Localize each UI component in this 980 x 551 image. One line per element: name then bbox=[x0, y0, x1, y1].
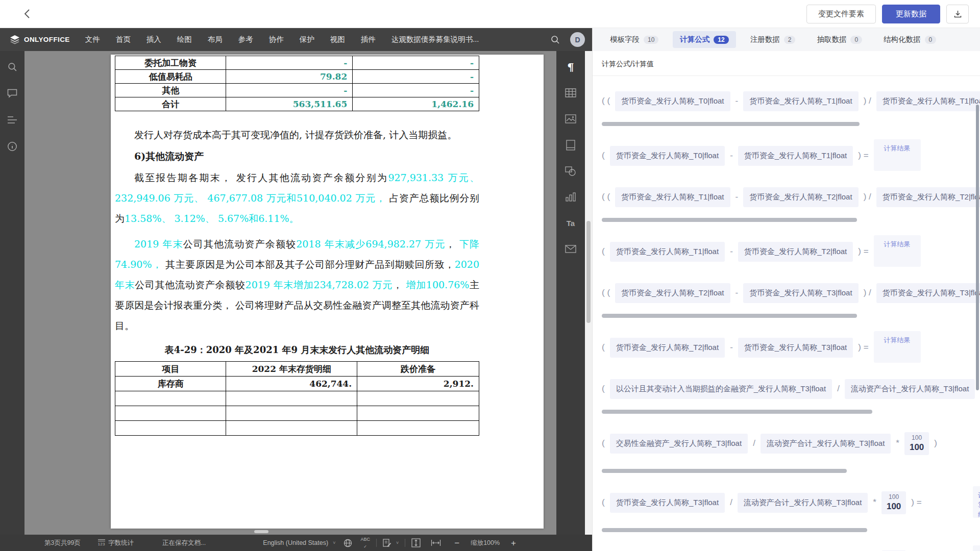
horizontal-scrollbar-thumb[interactable] bbox=[254, 530, 268, 533]
formula-operator: ) / bbox=[864, 96, 871, 106]
search-icon[interactable] bbox=[551, 35, 560, 44]
menu-item-8[interactable]: 视图 bbox=[330, 35, 345, 44]
right-panel-strip: ¶ Ta bbox=[556, 51, 585, 535]
word-count-button[interactable]: 123 字数统计 bbox=[98, 539, 134, 547]
vertical-scrollbar[interactable] bbox=[585, 51, 592, 535]
chart-settings-icon[interactable] bbox=[565, 191, 576, 203]
update-data-button[interactable]: 更新数据 bbox=[882, 5, 940, 23]
download-button[interactable] bbox=[946, 5, 969, 23]
formula-hscrollbar-thumb[interactable] bbox=[602, 218, 857, 222]
formula-operator: ( bbox=[602, 342, 605, 353]
constant-100-chip[interactable]: 100100 bbox=[904, 432, 929, 455]
menu-item-10[interactable]: 达观数据债券募集说明书... bbox=[391, 35, 479, 44]
menu-item-0[interactable]: 文件 bbox=[85, 35, 100, 44]
vertical-scrollbar-thumb[interactable] bbox=[586, 221, 591, 323]
formula-row-10: (货币资金_发行人简称_T2|float/流动资产合计_发行人简称_T2|flo… bbox=[602, 545, 980, 551]
zoom-in-button[interactable]: + bbox=[511, 539, 516, 547]
formula-hscrollbar-thumb[interactable] bbox=[602, 122, 860, 126]
fit-page-button[interactable] bbox=[411, 538, 421, 547]
formula-field-chip[interactable]: 流动资产合计_发行人简称_T3|float bbox=[761, 434, 891, 454]
panel-tab-3[interactable]: 抽取数据0 bbox=[810, 31, 869, 48]
formula-field-chip[interactable]: 货币资金_发行人简称_T3|float bbox=[876, 283, 980, 303]
formula-field-chip[interactable]: 货币资金_发行人简称_T1|float bbox=[876, 91, 980, 111]
formula-field-chip[interactable]: 以公计且其变动计入当期损益的金融资产_发行人简称_T3|float bbox=[610, 379, 832, 399]
panel-tab-1[interactable]: 计算公式12 bbox=[673, 31, 736, 48]
panel-tab-0[interactable]: 模板字段10 bbox=[603, 31, 666, 48]
panel-scrollbar-thumb[interactable] bbox=[976, 105, 979, 390]
formula-hscrollbar-thumb[interactable] bbox=[602, 528, 867, 532]
tab-count-badge: 12 bbox=[714, 36, 728, 44]
formula-field-chip[interactable]: 货币资金_发行人简称_T3|float bbox=[743, 283, 858, 303]
zoom-level[interactable]: 缩放100% bbox=[471, 539, 500, 547]
formula-field-chip[interactable]: 货币资金_发行人简称_T2|float bbox=[615, 283, 730, 303]
table-row bbox=[115, 406, 479, 421]
menu-item-9[interactable]: 插件 bbox=[361, 35, 376, 44]
menu-item-1[interactable]: 首页 bbox=[116, 35, 131, 44]
image-settings-icon[interactable] bbox=[565, 113, 576, 124]
formula-operator: ( bbox=[602, 384, 605, 394]
formula-field-chip[interactable]: 货币资金_发行人简称_T2|float bbox=[876, 187, 980, 207]
formula-field-chip[interactable]: 货币资金_发行人简称_T1|float bbox=[610, 242, 725, 262]
formula-field-chip[interactable]: 货币资金_发行人简称_T3|float bbox=[610, 493, 725, 513]
panel-tab-2[interactable]: 注册数据2 bbox=[743, 31, 803, 48]
formula-hscrollbar-thumb[interactable] bbox=[602, 410, 872, 414]
comments-icon[interactable] bbox=[7, 88, 18, 99]
calc-result-chip[interactable]: 计算结果 bbox=[973, 545, 980, 551]
formula-field-chip[interactable]: 货币资金_发行人简称_T1|float bbox=[738, 146, 853, 166]
fit-width-icon bbox=[431, 539, 441, 546]
document-page[interactable]: 委托加工物资--低值易耗品79.82-其他--合计563,511.651,462… bbox=[111, 55, 544, 529]
calc-result-chip[interactable]: 计算结果 bbox=[874, 139, 921, 171]
about-icon[interactable] bbox=[7, 141, 18, 152]
formula-hscrollbar-thumb[interactable] bbox=[602, 469, 847, 473]
formula-operator: - bbox=[736, 192, 739, 202]
formula-field-chip[interactable]: 货币资金_发行人简称_T0|float bbox=[615, 91, 730, 111]
menu-item-7[interactable]: 保护 bbox=[300, 35, 314, 44]
menu-item-3[interactable]: 绘图 bbox=[177, 35, 192, 44]
calc-result-chip[interactable]: 计算结果 bbox=[973, 486, 980, 518]
menu-item-2[interactable]: 插入 bbox=[146, 35, 161, 44]
change-file-elements-button[interactable]: 变更文件要素 bbox=[806, 5, 876, 23]
formula-field-chip[interactable]: 货币资金_发行人简称_T1|float bbox=[743, 91, 858, 111]
menu-item-5[interactable]: 参考 bbox=[238, 35, 253, 44]
formula-field-chip[interactable]: 货币资金_发行人简称_T2|float bbox=[743, 187, 858, 207]
formula-field-chip[interactable]: 流动资产合计_发行人简称_T3|float bbox=[845, 379, 975, 399]
table-settings-icon[interactable] bbox=[565, 87, 576, 98]
calc-result-chip[interactable]: 计算结果 bbox=[874, 235, 921, 267]
track-changes-button[interactable]: ˅ bbox=[383, 539, 399, 547]
formula-operator: ( ( bbox=[602, 192, 610, 202]
set-language-button[interactable] bbox=[344, 539, 352, 547]
spellcheck-button[interactable]: ABC✓ bbox=[360, 537, 370, 549]
mailmerge-icon[interactable] bbox=[565, 243, 576, 255]
header-footer-settings-icon[interactable] bbox=[565, 139, 576, 151]
navigation-icon[interactable] bbox=[7, 114, 18, 126]
formula-operator: ) = bbox=[858, 342, 868, 353]
shape-settings-icon[interactable] bbox=[565, 165, 576, 177]
formula-hscrollbar-thumb[interactable] bbox=[602, 314, 857, 318]
user-avatar[interactable]: D bbox=[570, 32, 585, 47]
formula-field-chip[interactable]: 流动资产合计_发行人简称_T3|float bbox=[738, 493, 868, 513]
back-button[interactable] bbox=[19, 6, 35, 21]
formula-field-chip[interactable]: 货币资金_发行人简称_T0|float bbox=[610, 146, 725, 166]
formula-row-1: ( (货币资金_发行人简称_T0|float-货币资金_发行人简称_T1|flo… bbox=[602, 89, 980, 113]
paragraph-settings-icon[interactable]: ¶ bbox=[565, 61, 576, 72]
constant-100-chip[interactable]: 100100 bbox=[881, 491, 906, 514]
paragraph-balances: 截至报告期各期末， 发行人其他流动资产余额分别为927,931.33 万元、23… bbox=[115, 167, 479, 229]
textart-settings-icon[interactable]: Ta bbox=[565, 217, 576, 229]
find-icon[interactable] bbox=[7, 61, 18, 72]
zoom-out-button[interactable]: − bbox=[454, 539, 459, 547]
document-canvas[interactable]: 委托加工物资--低值易耗品79.82-其他--合计563,511.651,462… bbox=[24, 51, 556, 535]
panel-tab-4[interactable]: 结构化数据0 bbox=[876, 31, 943, 48]
page-indicator[interactable]: 第3页共99页 bbox=[44, 539, 81, 547]
calc-result-chip[interactable]: 计算结果 bbox=[874, 331, 921, 363]
formula-field-chip[interactable]: 交易性金融资产_发行人简称_T3|float bbox=[610, 434, 748, 454]
tab-count-badge: 0 bbox=[850, 36, 862, 44]
formula-field-chip[interactable]: 货币资金_发行人简称_T2|float bbox=[610, 338, 725, 358]
formula-field-chip[interactable]: 货币资金_发行人简称_T3|float bbox=[738, 338, 853, 358]
formula-row-7: (以公计且其变动计入当期损益的金融资产_发行人简称_T3|float/流动资产合… bbox=[602, 377, 980, 400]
menu-item-4[interactable]: 布局 bbox=[208, 35, 223, 44]
language-selector[interactable]: English (United States)˅ bbox=[263, 539, 335, 546]
formula-field-chip[interactable]: 货币资金_发行人简称_T2|float bbox=[738, 242, 853, 262]
menu-item-6[interactable]: 协作 bbox=[269, 35, 284, 44]
fit-width-button[interactable] bbox=[431, 539, 441, 546]
formula-field-chip[interactable]: 货币资金_发行人简称_T1|float bbox=[615, 187, 730, 207]
